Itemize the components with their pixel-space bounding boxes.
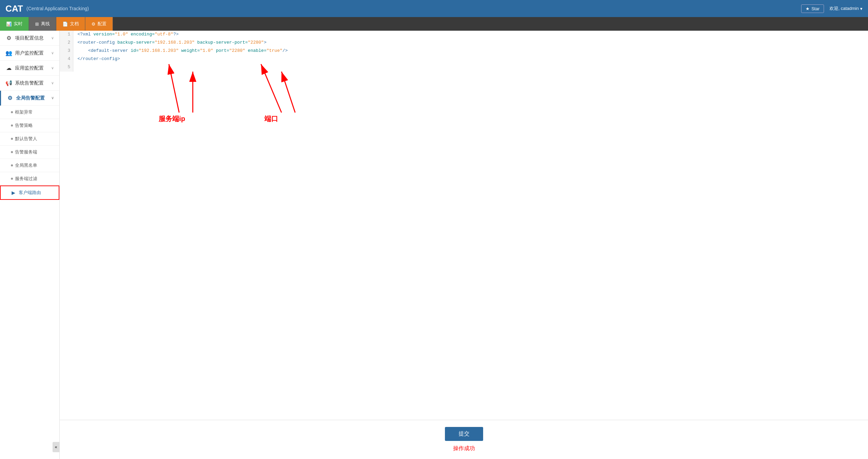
sidebar-sub-default-alarm[interactable]: 默认告警人	[0, 132, 59, 146]
sidebar-sub-blacklist[interactable]: 全局黑名单	[0, 159, 59, 172]
editor-line-1: 1 <?xml version="1.0" encoding="utf-8"?>	[60, 31, 868, 39]
tab-config-label: 配置	[98, 21, 106, 27]
sidebar-item-sys-alarm[interactable]: 📢 系统告警配置 ∨	[0, 76, 59, 91]
dot-icon	[11, 111, 13, 113]
svg-line-3	[281, 72, 295, 113]
header: CAT (Central Application Tracking) ★ Sta…	[0, 0, 868, 17]
line-content-5	[73, 63, 82, 72]
logo: CAT	[5, 3, 23, 14]
sidebar-sub-frame-error[interactable]: 框架异常	[0, 106, 59, 119]
line-content-4: </router-config>	[73, 55, 124, 63]
line-num-3: 3	[60, 47, 73, 55]
dot-icon4	[11, 151, 13, 153]
line-content-2: <router-config backup-server="192.168.1.…	[73, 39, 271, 47]
tab-doc[interactable]: 📄 文档	[56, 17, 85, 31]
editor-line-3: 3 <default-server id="192.168.1.203" wei…	[60, 47, 868, 55]
star-button[interactable]: ★ Star	[801, 4, 824, 13]
dot-icon3	[11, 138, 13, 140]
server-ip-label: 服务端ip	[159, 114, 185, 123]
sidebar-item-global-alarm[interactable]: ⚙ 全局告警配置 ∨	[0, 91, 59, 106]
sub-label-alarm-policy: 告警策略	[15, 122, 33, 129]
header-right: ★ Star 欢迎, catadmin ▾	[801, 4, 863, 13]
users-icon: 👥	[5, 50, 12, 56]
layout: ⚙ 项目配置信息 ∨ 👥 用户监控配置 ∨ ☁ 应用监控配置 ∨ 📢 系统告警配…	[0, 31, 868, 459]
dot-icon2	[11, 124, 13, 127]
user-label: 欢迎, catadmin	[829, 5, 859, 12]
sub-label-blacklist: 全局黑名单	[15, 162, 37, 168]
dot-icon6	[11, 178, 13, 180]
sidebar-sub-server-filter[interactable]: 服务端过滤	[0, 172, 59, 186]
arrow-indicator: ▶	[12, 190, 15, 195]
line-content-1: <?xml version="1.0" encoding="utf-8"?>	[73, 31, 183, 39]
chevron-icon4: ∨	[51, 81, 54, 85]
sidebar-sub-client-route[interactable]: ▶ 客户端路由	[0, 186, 59, 200]
chevron-icon5: ∨	[51, 96, 54, 100]
main-content: 1 <?xml version="1.0" encoding="utf-8"?>…	[60, 31, 868, 459]
line-num-1: 1	[60, 31, 73, 39]
editor-line-2: 2 <router-config backup-server="192.168.…	[60, 39, 868, 47]
offline-icon: ⊞	[35, 21, 39, 27]
sidebar-label-app-monitor: 应用监控配置	[15, 65, 44, 71]
tab-config[interactable]: ⚙ 配置	[85, 17, 113, 31]
top-nav: 📊 实时 ⊞ 离线 📄 文档 ⚙ 配置	[0, 17, 868, 31]
editor-line-4: 4 </router-config>	[60, 55, 868, 63]
chevron-icon: ∨	[51, 36, 54, 40]
line-num-2: 2	[60, 39, 73, 47]
sidebar-label-user-monitor: 用户监控配置	[15, 50, 44, 56]
realtime-icon: 📊	[6, 21, 12, 27]
dot-icon5	[11, 164, 13, 166]
sub-label-client-route: 客户端路由	[19, 190, 41, 196]
sub-label-default-alarm: 默认告警人	[15, 136, 37, 142]
config-icon: ⚙	[91, 21, 96, 27]
editor-container: 1 <?xml version="1.0" encoding="utf-8"?>…	[60, 31, 868, 420]
line-num-4: 4	[60, 55, 73, 63]
sub-label-alarm-server: 告警服务端	[15, 149, 37, 155]
user-menu[interactable]: 欢迎, catadmin ▾	[829, 5, 863, 12]
tab-doc-label: 文档	[70, 21, 79, 27]
subtitle: (Central Application Tracking)	[27, 6, 89, 11]
tab-realtime[interactable]: 📊 实时	[0, 17, 29, 31]
tab-offline-label: 离线	[41, 21, 50, 27]
tab-offline[interactable]: ⊞ 离线	[29, 17, 56, 31]
chevron-icon2: ∨	[51, 51, 54, 55]
line-num-5: 5	[60, 63, 73, 72]
sidebar-item-app-monitor[interactable]: ☁ 应用监控配置 ∨	[0, 61, 59, 76]
bell-icon: 📢	[5, 80, 12, 86]
code-editor[interactable]: 1 <?xml version="1.0" encoding="utf-8"?>…	[60, 31, 868, 72]
sidebar-collapse-button[interactable]: «	[53, 442, 59, 452]
chevron-down-icon: ▾	[860, 6, 863, 11]
editor-line-5: 5	[60, 63, 868, 72]
port-label: 端口	[264, 114, 278, 123]
tab-realtime-label: 实时	[14, 21, 23, 27]
sub-label-frame-error: 框架异常	[15, 109, 33, 115]
sidebar-item-user-monitor[interactable]: 👥 用户监控配置 ∨	[0, 46, 59, 61]
star-icon: ★	[806, 6, 810, 11]
sub-label-server-filter: 服务端过滤	[15, 176, 37, 182]
sidebar-label-project-config: 项目配置信息	[15, 35, 44, 41]
line-content-3: <default-server id="192.168.1.203" weigh…	[73, 47, 292, 55]
doc-icon: 📄	[62, 21, 68, 27]
cloud-icon: ☁	[5, 65, 12, 71]
sidebar-label-sys-alarm: 系统告警配置	[15, 80, 44, 86]
gear-icon: ⚙	[5, 35, 12, 41]
sidebar-sub-alarm-server[interactable]: 告警服务端	[0, 146, 59, 159]
sidebar-sub-alarm-policy[interactable]: 告警策略	[0, 119, 59, 132]
success-message: 操作成功	[453, 445, 475, 452]
submit-button[interactable]: 提交	[445, 427, 483, 441]
sidebar: ⚙ 项目配置信息 ∨ 👥 用户监控配置 ∨ ☁ 应用监控配置 ∨ 📢 系统告警配…	[0, 31, 60, 459]
bottom-area: 提交 操作成功	[60, 420, 868, 459]
chevron-icon3: ∨	[51, 66, 54, 70]
sidebar-item-project-config[interactable]: ⚙ 项目配置信息 ∨	[0, 31, 59, 46]
sidebar-label-global-alarm: 全局告警配置	[16, 95, 45, 101]
star-label: Star	[811, 6, 820, 11]
gear-icon2: ⚙	[6, 95, 13, 101]
